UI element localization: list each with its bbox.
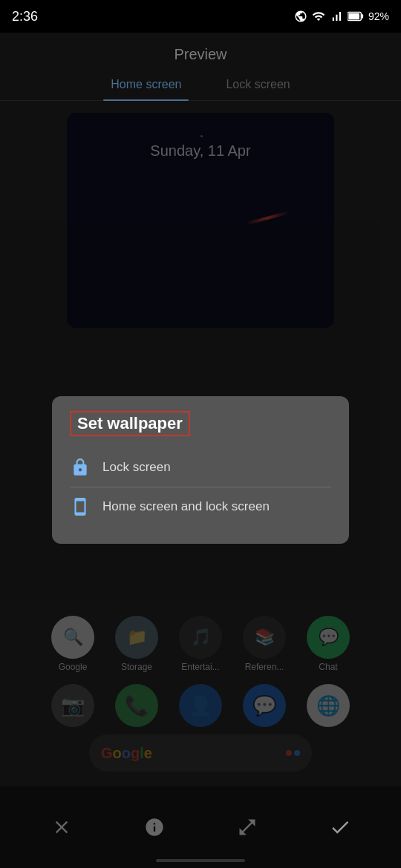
dialog-lock-screen-label: Lock screen xyxy=(102,460,171,475)
svg-rect-1 xyxy=(348,13,359,19)
dialog-item-lock-screen[interactable]: Lock screen xyxy=(70,448,331,487)
lock-icon xyxy=(70,457,91,478)
dialog-title: Set wallpaper xyxy=(70,411,190,436)
status-time: 2:36 xyxy=(12,9,38,24)
phone-icon xyxy=(70,496,91,517)
dialog-home-lock-label: Home screen and lock screen xyxy=(102,499,270,514)
battery-icon xyxy=(348,11,364,22)
dialog-item-home-and-lock[interactable]: Home screen and lock screen xyxy=(70,487,331,526)
alarm-icon xyxy=(294,10,307,23)
set-wallpaper-dialog: Set wallpaper Lock screen Home screen an… xyxy=(52,396,349,544)
status-bar: 2:36 92% xyxy=(0,0,401,33)
wifi-icon xyxy=(312,10,325,23)
battery-level: 92% xyxy=(368,10,389,22)
svg-rect-2 xyxy=(361,14,363,19)
signal-icon xyxy=(330,10,343,23)
status-icons: 92% xyxy=(294,10,389,23)
main-content: Preview Home screen Lock screen Sunday, … xyxy=(0,33,401,868)
